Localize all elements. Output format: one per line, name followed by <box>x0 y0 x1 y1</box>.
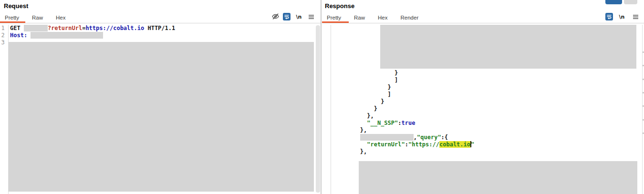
code-token: true <box>402 120 415 126</box>
gutter-divider <box>331 25 331 194</box>
redacted-text <box>360 134 414 141</box>
code-line: }, <box>332 112 474 120</box>
code-token: "__N_SSP" <box>367 120 398 126</box>
editor-menu-button[interactable] <box>307 13 315 21</box>
code-token: "returnUrl" <box>367 141 405 148</box>
code-line: }, <box>332 148 474 155</box>
tabbar-border <box>0 23 321 23</box>
tab-render[interactable]: Render <box>401 15 419 20</box>
code-token: , <box>414 134 417 141</box>
wrap-lines-icon <box>605 13 613 20</box>
code-token: https://cobalt.io <box>85 25 144 31</box>
tab-raw[interactable]: Raw <box>32 15 43 20</box>
line-number: 1 <box>0 25 6 32</box>
line-number: 3 <box>0 39 6 46</box>
response-panel: Response PrettyRawHexRender \n <box>322 0 644 194</box>
code-line: } <box>332 98 474 105</box>
code-token: : <box>405 141 408 148</box>
editor-menu-button[interactable] <box>632 13 640 21</box>
code-token: : <box>398 120 401 126</box>
code-line: "returnUrl":"https://cobalt.io" <box>332 141 474 148</box>
tab-pretty[interactable]: Pretty <box>5 15 19 20</box>
menu-icon <box>633 14 639 20</box>
request-title: Request <box>4 2 28 10</box>
code-line: GET ?returnUrl=https://cobalt.io HTTP/1.… <box>10 25 175 32</box>
request-panel: Request PrettyRawHex \n <box>0 0 321 194</box>
response-title: Response <box>325 2 354 10</box>
wrap-lines-button[interactable] <box>605 12 613 20</box>
newline-toggle-button[interactable]: \n <box>618 13 626 21</box>
code-token: }, <box>360 127 367 133</box>
redacted-text <box>24 25 48 31</box>
cropped-top-button-gray[interactable] <box>624 0 637 4</box>
tab-pretty[interactable]: Pretty <box>327 15 341 20</box>
cropped-top-button-blue[interactable] <box>605 0 622 4</box>
response-tabbar: PrettyRawHexRender <box>322 12 644 23</box>
code-token: "query" <box>417 134 441 141</box>
active-tab-underline <box>322 21 349 23</box>
response-editor[interactable]: } ] } ] } } }, "__N_SSP":true }, ,"query… <box>332 70 474 155</box>
code-token: ?returnUrl <box>48 25 82 31</box>
newline-toggle-button[interactable]: \n <box>295 13 303 21</box>
code-token: Host: <box>10 32 31 39</box>
code-token: ] <box>388 91 391 98</box>
code-token: "https:// <box>408 141 439 148</box>
code-token: GET <box>10 25 24 31</box>
eye-slash-icon <box>271 12 280 20</box>
code-token: }, <box>367 112 374 119</box>
tab-hex[interactable]: Hex <box>378 15 387 20</box>
redacted-region <box>380 25 636 69</box>
tab-raw[interactable]: Raw <box>354 15 365 20</box>
panel-divider <box>321 0 322 194</box>
code-token: " <box>471 141 474 148</box>
code-line: } <box>332 84 474 91</box>
wrap-lines-button[interactable] <box>282 12 291 20</box>
code-line: Host: <box>10 32 175 39</box>
http-message-editor: Request PrettyRawHex \n <box>0 0 644 194</box>
line-number-gutter: 123 <box>0 25 6 46</box>
hide-matches-button[interactable] <box>271 12 280 20</box>
code-line: }, <box>332 127 474 134</box>
code-line: ,"query":{ <box>332 134 474 141</box>
wrap-lines-icon <box>283 13 291 20</box>
code-line: } <box>332 70 474 77</box>
tabbar-border <box>322 23 644 23</box>
code-token: }, <box>360 148 367 155</box>
redacted-region <box>359 161 637 194</box>
search-highlight: cobalt.io <box>439 141 470 148</box>
code-line: ] <box>332 77 474 84</box>
scrollbar-thumb[interactable] <box>316 25 320 193</box>
code-token: } <box>381 98 384 105</box>
code-token: ] <box>395 77 398 83</box>
menu-icon <box>308 14 314 20</box>
active-tab-underline <box>0 21 25 23</box>
code-line: } <box>332 105 474 112</box>
code-token: } <box>374 105 377 112</box>
line-number: 2 <box>0 32 6 39</box>
tab-hex[interactable]: Hex <box>56 15 65 20</box>
code-token: HTTP/1.1 <box>144 25 175 31</box>
redacted-text <box>31 32 103 39</box>
code-token: :{ <box>441 134 448 141</box>
redacted-region <box>9 42 314 192</box>
code-token: } <box>395 70 398 76</box>
scrollbar-track <box>642 25 643 194</box>
newline-glyph: \n <box>619 14 625 20</box>
code-line: "__N_SSP":true <box>332 120 474 127</box>
newline-glyph: \n <box>296 14 302 20</box>
code-line: ] <box>332 91 474 98</box>
code-token: } <box>388 84 391 91</box>
